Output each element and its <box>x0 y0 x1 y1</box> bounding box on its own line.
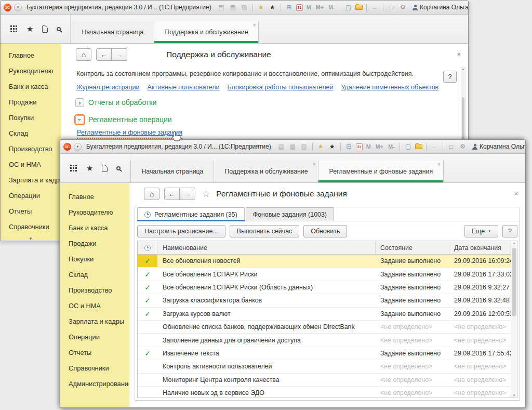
job-row[interactable]: Заполнение данных для ограничения доступ… <box>138 334 511 347</box>
sidebar-item[interactable]: ОС и НМА <box>60 298 129 314</box>
sidebar-overflow-icon[interactable] <box>1 235 61 240</box>
window-tab[interactable]: Поддержка и обслуживание <box>154 21 259 43</box>
print-icon[interactable]: ▦ <box>288 143 297 150</box>
scheduled-jobs-link[interactable]: Регламентные и фоновые задания <box>77 129 182 139</box>
sidebar-item[interactable]: Отчеты <box>60 345 129 361</box>
print-preview-icon[interactable]: ▧ <box>300 143 309 150</box>
job-row[interactable]: Извлечение текста Задание выполнено 29.0… <box>138 347 511 360</box>
memory-m-button[interactable]: M <box>365 143 372 150</box>
service-wrench-icon[interactable]: ⚙ <box>398 4 407 10</box>
support-link[interactable]: Активные пользователи <box>148 84 220 91</box>
tab-close-icon[interactable] <box>253 23 256 28</box>
job-row[interactable]: Наличие новых эд в сервисе ЭДО <не опред… <box>138 387 511 398</box>
sidebar-item[interactable]: Зарплата и кадры <box>1 173 61 188</box>
back-button[interactable]: ← <box>96 48 112 61</box>
column-status[interactable]: Состояние <box>376 241 449 254</box>
scroll-up-icon[interactable] <box>461 68 465 71</box>
print-preview-icon[interactable]: ▧ <box>240 4 249 10</box>
toolbar-button[interactable]: Настроить расписание... <box>137 225 225 237</box>
open-file-icon[interactable] <box>415 144 422 149</box>
help-button[interactable]: ? <box>443 71 457 83</box>
sidebar-item[interactable]: Отчеты <box>1 204 61 219</box>
scroll-thumb[interactable] <box>512 248 516 316</box>
job-row[interactable]: Обновление списка банков, поддерживающих… <box>138 321 511 334</box>
column-date[interactable]: Дата окончания <box>449 241 511 254</box>
jobs-tab[interactable]: Фоновые задания (1003) <box>246 207 334 221</box>
window-tab[interactable]: Начальная страница <box>71 21 154 43</box>
sections-menu-icon[interactable] <box>10 25 12 27</box>
calendar-icon[interactable]: 31 <box>356 143 363 150</box>
memory-mminus-button[interactable]: M- <box>327 4 336 10</box>
sidebar-item[interactable]: Главное <box>1 48 61 63</box>
save-icon[interactable]: ▤ <box>217 4 226 10</box>
memory-mplus-button[interactable]: M+ <box>315 4 325 10</box>
print-icon[interactable]: ▦ <box>229 4 237 10</box>
new-document-icon[interactable]: ▢ <box>404 143 413 150</box>
search-icon[interactable] <box>57 27 61 31</box>
service-wrench-icon[interactable]: ⚙ <box>458 143 467 150</box>
sidebar-item[interactable]: Продажи <box>60 236 129 252</box>
table-scrollbar[interactable] <box>511 241 517 398</box>
job-row[interactable]: Все обновления 1СПАРК Риски (Область дан… <box>138 281 511 294</box>
back-button[interactable]: ← <box>164 188 180 200</box>
memory-mplus-button[interactable]: M+ <box>375 143 384 150</box>
sidebar-item[interactable]: Руководителю <box>60 205 129 220</box>
support-link[interactable]: Журнал регистрации <box>76 84 140 91</box>
section-header[interactable]: Регламентные операции <box>75 115 172 124</box>
sidebar-item[interactable]: ОС и НМА <box>1 157 61 173</box>
add-favorite-icon[interactable]: ★ <box>316 143 325 150</box>
favorites-panel-icon[interactable]: ★ <box>86 164 93 172</box>
window-tab[interactable]: Начальная страница <box>130 161 214 182</box>
system-menu-button[interactable]: ▾ <box>14 4 22 11</box>
calendar-icon[interactable]: 31 <box>296 4 303 11</box>
toolbar-button[interactable]: Обновить <box>303 225 347 237</box>
job-row[interactable]: Все обновления 1СПАРК Риски Задание выпо… <box>138 268 511 281</box>
job-row[interactable]: Все обновления новостей Задание выполнен… <box>138 255 511 268</box>
support-link[interactable]: Блокировка работы пользователей <box>228 84 334 91</box>
home-button[interactable]: ⌂ <box>76 48 91 61</box>
sidebar-item[interactable]: Справочники <box>60 361 129 376</box>
memory-mminus-button[interactable]: M- <box>387 143 396 150</box>
sidebar-item[interactable]: Банк и касса <box>1 79 61 95</box>
jobs-tab[interactable]: Регламентные задания (35) <box>137 207 245 221</box>
search-icon[interactable] <box>116 166 121 170</box>
split-view-icon[interactable]: □ <box>447 143 456 150</box>
scroll-up-icon[interactable] <box>511 242 517 245</box>
add-favorite-icon[interactable]: ★ <box>257 4 265 10</box>
job-row[interactable]: Мониторинг Центра контроля качества <не … <box>138 374 511 387</box>
sidebar-item[interactable]: Руководителю <box>1 63 61 79</box>
more-button[interactable]: Еще <box>464 225 498 237</box>
system-menu-button[interactable]: ▾ <box>74 143 82 151</box>
close-page-button[interactable]: × <box>457 50 461 58</box>
support-link[interactable]: Удаление помеченных объектов <box>341 84 438 91</box>
sidebar-item[interactable]: Банк и касса <box>60 220 129 236</box>
job-row[interactable]: Загрузка классификатора банков Задание в… <box>138 294 511 307</box>
sidebar-item[interactable]: Склад <box>1 126 61 141</box>
tab-close-icon[interactable] <box>313 162 316 167</box>
forward-button[interactable]: → <box>112 48 127 61</box>
sidebar-item[interactable]: Операции <box>1 188 61 204</box>
job-row[interactable]: Контроль активности пользователей <не оп… <box>138 360 511 373</box>
section-toggle-button[interactable] <box>75 115 84 124</box>
sidebar-item[interactable]: Операции <box>60 329 129 345</box>
calculator-icon[interactable]: ⊞ <box>285 4 294 10</box>
split-view-icon[interactable]: □ <box>387 4 396 10</box>
favorites-panel-icon[interactable]: ★ <box>26 25 33 33</box>
memory-m-button[interactable]: M <box>305 4 312 10</box>
tab-close-icon[interactable] <box>437 162 441 167</box>
sidebar-item[interactable]: Администрирование <box>60 376 129 392</box>
open-file-icon[interactable] <box>355 5 363 10</box>
back-history-icon[interactable]: ← <box>430 143 439 150</box>
window-tab[interactable]: Поддержка и обслуживание <box>214 161 318 182</box>
job-row[interactable]: Загрузка курсов валют Задание выполнено … <box>138 308 511 321</box>
sidebar-item[interactable]: Продажи <box>1 95 61 110</box>
section-header[interactable]: Отчеты и обработки <box>75 98 172 107</box>
sidebar-item[interactable]: Покупки <box>60 252 129 267</box>
home-button[interactable]: ⌂ <box>144 188 159 200</box>
new-document-icon[interactable]: ▢ <box>344 4 353 10</box>
section-toggle-button[interactable] <box>75 98 84 107</box>
favorites-icon[interactable]: ★ <box>328 143 337 150</box>
save-icon[interactable]: ▤ <box>277 143 286 150</box>
sidebar-item[interactable]: Зарплата и кадры <box>60 314 129 329</box>
sections-menu-icon[interactable] <box>70 165 72 166</box>
